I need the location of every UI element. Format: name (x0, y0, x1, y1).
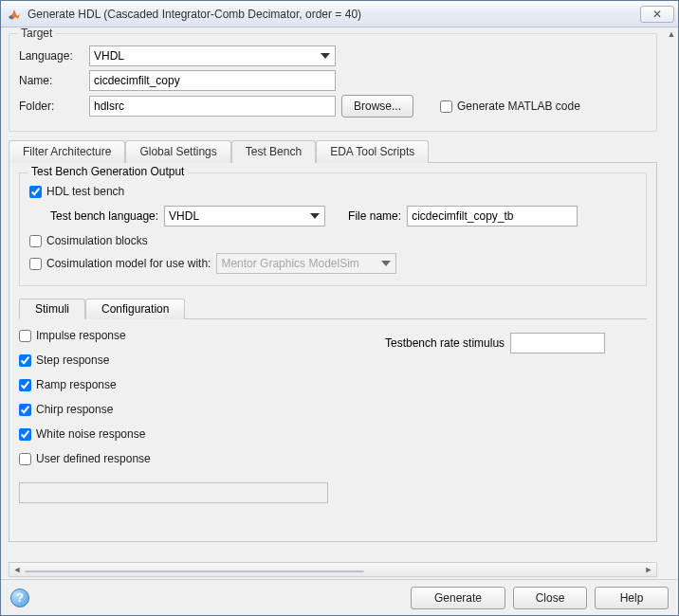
step-response-checkbox[interactable]: Step response (19, 353, 328, 367)
cosim-blocks-label: Cosimulation blocks (46, 234, 148, 247)
window-close-button[interactable]: ✕ (640, 6, 674, 23)
content-area: ▲ ▼ Target Language: VHDL Name: Folder: … (1, 27, 678, 615)
close-button[interactable]: Close (513, 587, 587, 609)
matlab-logo-icon (7, 7, 22, 22)
close-icon: ✕ (652, 8, 662, 21)
main-tabstrip: Filter Architecture Global Settings Test… (9, 139, 657, 163)
target-group-title: Target (17, 27, 56, 40)
stimuli-panel: Impulse response Step response Ramp resp… (19, 329, 647, 503)
tab-filter-architecture[interactable]: Filter Architecture (9, 140, 125, 163)
cosim-blocks-check-input[interactable] (29, 235, 42, 247)
name-label: Name: (19, 74, 83, 87)
ramp-response-checkbox[interactable]: Ramp response (19, 378, 328, 391)
horizontal-scrollbar[interactable]: ◄ ► (9, 562, 657, 577)
hdl-testbench-checkbox[interactable]: HDL test bench (29, 185, 636, 198)
user-defined-input (19, 482, 328, 503)
name-input[interactable] (89, 70, 336, 91)
help-button[interactable]: Help (595, 587, 669, 609)
window-title: Generate HDL (Cascaded Integrator-Comb D… (28, 8, 640, 21)
cosim-model-checkbox[interactable]: Cosimulation model for use with: (29, 257, 211, 270)
scroll-left-icon[interactable]: ◄ (9, 563, 25, 576)
tb-rate-label: Testbench rate stimulus (385, 336, 505, 350)
folder-input[interactable] (89, 96, 336, 117)
sub-tab-stimuli[interactable]: Stimuli (19, 299, 85, 319)
impulse-response-checkbox[interactable]: Impulse response (19, 329, 328, 342)
tb-output-group: Test Bench Generation Output HDL test be… (19, 172, 647, 286)
cosim-tool-select: Mentor Graphics ModelSim (216, 253, 396, 274)
hdl-testbench-check-input[interactable] (29, 186, 42, 198)
chirp-response-checkbox[interactable]: Chirp response (19, 403, 328, 416)
generate-matlab-label: Generate MATLAB code (457, 100, 580, 113)
white-noise-checkbox[interactable]: White noise response (19, 427, 328, 441)
tb-output-title: Test Bench Generation Output (28, 165, 188, 178)
scroll-thumb[interactable] (25, 571, 364, 572)
sub-tabstrip: Stimuli Configuration (19, 298, 647, 319)
sub-tab-configuration[interactable]: Configuration (85, 299, 185, 319)
tb-language-label: Test bench language: (50, 209, 158, 223)
target-group: Target Language: VHDL Name: Folder: Brow… (9, 33, 657, 132)
vertical-scroll-hint: ▲ ▼ (665, 27, 678, 615)
help-icon[interactable]: ? (10, 589, 29, 607)
tb-filename-input[interactable] (407, 206, 578, 226)
scroll-right-icon[interactable]: ► (641, 563, 656, 576)
tb-rate-input[interactable] (510, 333, 605, 353)
tb-filename-label: File name: (348, 209, 401, 223)
tab-test-bench[interactable]: Test Bench (231, 140, 316, 163)
titlebar: Generate HDL (Cascaded Integrator-Comb D… (1, 1, 678, 27)
footer-bar: ? Generate Close Help (1, 579, 678, 615)
user-defined-checkbox[interactable]: User defined response (19, 452, 328, 465)
browse-button[interactable]: Browse... (341, 95, 413, 118)
tab-eda-tool-scripts[interactable]: EDA Tool Scripts (316, 140, 429, 163)
language-label: Language: (19, 49, 83, 63)
dialog-window: Generate HDL (Cascaded Integrator-Comb D… (0, 0, 679, 616)
language-select[interactable]: VHDL (89, 45, 336, 66)
generate-matlab-checkbox[interactable]: Generate MATLAB code (440, 100, 580, 113)
cosim-blocks-checkbox[interactable]: Cosimulation blocks (29, 234, 636, 247)
tab-global-settings[interactable]: Global Settings (125, 140, 230, 163)
generate-matlab-check-input[interactable] (440, 100, 452, 113)
folder-label: Folder: (19, 100, 83, 113)
cosim-model-check-input[interactable] (29, 258, 42, 270)
scroll-up-icon[interactable]: ▲ (667, 29, 676, 39)
cosim-model-label: Cosimulation model for use with: (46, 257, 211, 270)
tab-body-test-bench: Test Bench Generation Output HDL test be… (9, 163, 657, 542)
tb-language-select[interactable]: VHDL (164, 206, 325, 226)
generate-button[interactable]: Generate (411, 587, 505, 609)
hdl-testbench-label: HDL test bench (46, 185, 124, 198)
